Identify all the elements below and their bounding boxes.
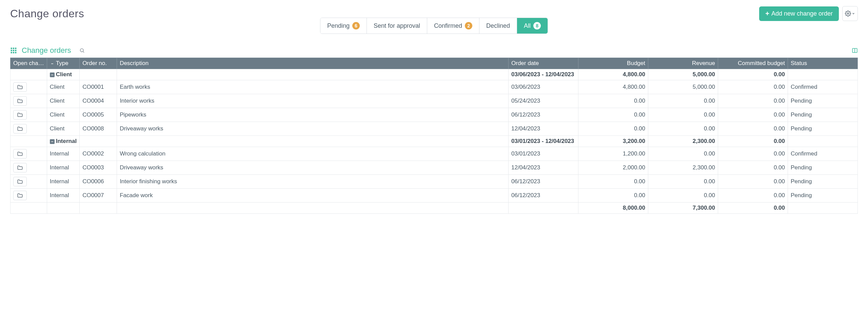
- svg-point-10: [80, 49, 83, 52]
- cell-budget: 0.00: [578, 122, 648, 136]
- cell-type: Internal: [47, 175, 79, 189]
- cell-description: Driveaway works: [117, 161, 509, 175]
- folder-icon: [17, 165, 23, 171]
- add-change-order-button[interactable]: + Add new change order: [759, 6, 839, 21]
- table-row[interactable]: InternalCO0006Interior finishing works06…: [11, 175, 858, 189]
- cell-cbudget: 0.00: [718, 147, 788, 161]
- col-desc[interactable]: Description: [117, 58, 509, 69]
- collapse-group-toggle[interactable]: −: [50, 72, 55, 77]
- folder-icon: [17, 151, 23, 157]
- folder-icon: [17, 179, 23, 185]
- filter-tab-confirmed[interactable]: Confirmed2: [427, 18, 479, 34]
- col-date[interactable]: Order date: [509, 58, 578, 69]
- cell-order-no: CO0002: [80, 147, 117, 161]
- group-type-cell: −Internal: [47, 136, 79, 147]
- cell-status: Pending: [788, 175, 858, 189]
- filter-tab-badge: 8: [533, 22, 541, 29]
- col-cbudget[interactable]: Committed budget: [718, 58, 788, 69]
- cell-order-no: CO0004: [80, 94, 117, 108]
- cell-date: 06/12/2023: [509, 189, 578, 203]
- open-row-button[interactable]: [13, 163, 27, 172]
- table-row[interactable]: InternalCO0007Facade work06/12/20230.000…: [11, 189, 858, 203]
- group-cbudget: 0.00: [718, 69, 788, 80]
- group-cbudget: 0.00: [718, 136, 788, 147]
- cell-status: Pending: [788, 189, 858, 203]
- svg-rect-2: [13, 48, 14, 49]
- svg-rect-5: [13, 50, 14, 51]
- chevron-down-icon: [852, 12, 855, 15]
- svg-rect-1: [11, 48, 12, 49]
- cell-description: Facade work: [117, 189, 509, 203]
- cell-revenue: 0.00: [648, 189, 718, 203]
- cell-cbudget: 0.00: [718, 108, 788, 122]
- svg-point-0: [847, 13, 849, 15]
- cell-budget: 0.00: [578, 94, 648, 108]
- col-revenue[interactable]: Revenue: [648, 58, 718, 69]
- folder-icon: [17, 84, 23, 90]
- open-row-button[interactable]: [13, 96, 27, 106]
- svg-rect-6: [15, 50, 16, 51]
- group-date-range: 03/06/2023 - 12/04/2023: [509, 69, 578, 80]
- cell-type: Internal: [47, 161, 79, 175]
- open-row-button[interactable]: [13, 82, 27, 92]
- cell-type: Client: [47, 122, 79, 136]
- cell-date: 05/24/2023: [509, 94, 578, 108]
- cell-revenue: 0.00: [648, 175, 718, 189]
- filter-tab-sent-for-approval[interactable]: Sent for approval: [367, 18, 427, 34]
- search-icon[interactable]: [79, 48, 85, 53]
- cell-order-no: CO0006: [80, 175, 117, 189]
- cell-description: Interior works: [117, 94, 509, 108]
- grid-icon: [10, 47, 17, 54]
- col-order-no[interactable]: Order no.: [80, 58, 117, 69]
- table-row[interactable]: InternalCO0003Driveaway works12/04/20232…: [11, 161, 858, 175]
- open-row-button[interactable]: [13, 149, 27, 159]
- open-row-button[interactable]: [13, 124, 27, 133]
- cell-cbudget: 0.00: [718, 161, 788, 175]
- settings-button[interactable]: [842, 6, 858, 21]
- cell-order-no: CO0008: [80, 122, 117, 136]
- open-row-button[interactable]: [13, 191, 27, 200]
- filter-tab-all[interactable]: All8: [517, 18, 548, 34]
- filter-tab-declined[interactable]: Declined: [479, 18, 517, 34]
- col-type-label: Type: [56, 60, 68, 66]
- group-revenue: 2,300.00: [648, 136, 718, 147]
- totals-row: 8,000.007,300.000.00: [11, 203, 858, 214]
- columns-toggle-icon[interactable]: [852, 47, 858, 54]
- cell-type: Client: [47, 80, 79, 94]
- cell-revenue: 0.00: [648, 122, 718, 136]
- cell-status: Pending: [788, 108, 858, 122]
- svg-line-11: [83, 51, 84, 53]
- cell-status: Pending: [788, 94, 858, 108]
- cell-description: Wrong calculation: [117, 147, 509, 161]
- table-row[interactable]: ClientCO0004Interior works05/24/20230.00…: [11, 94, 858, 108]
- cell-cbudget: 0.00: [718, 122, 788, 136]
- filter-tab-badge: 2: [465, 22, 472, 29]
- open-row-button[interactable]: [13, 110, 27, 120]
- filter-tab-pending[interactable]: Pending6: [320, 18, 367, 34]
- open-row-button[interactable]: [13, 177, 27, 186]
- svg-rect-4: [11, 50, 12, 51]
- cell-cbudget: 0.00: [718, 175, 788, 189]
- col-type[interactable]: −Type: [47, 58, 79, 69]
- col-status[interactable]: Status: [788, 58, 858, 69]
- cell-budget: 4,800.00: [578, 80, 648, 94]
- group-row: −Client03/06/2023 - 12/04/20234,800.005,…: [11, 69, 858, 80]
- section-title[interactable]: Change orders: [22, 46, 71, 55]
- folder-icon: [17, 192, 23, 199]
- col-budget[interactable]: Budget: [578, 58, 648, 69]
- col-open[interactable]: Open cha…: [11, 58, 47, 69]
- page-title: Change orders: [10, 7, 84, 20]
- group-budget: 4,800.00: [578, 69, 648, 80]
- cell-date: 03/06/2023: [509, 80, 578, 94]
- table-row[interactable]: ClientCO0008Driveaway works12/04/20230.0…: [11, 122, 858, 136]
- table-row[interactable]: ClientCO0005Pipeworks06/12/20230.000.000…: [11, 108, 858, 122]
- folder-icon: [17, 98, 23, 104]
- table-row[interactable]: InternalCO0002Wrong calculation03/01/202…: [11, 147, 858, 161]
- total-cbudget: 0.00: [718, 203, 788, 214]
- table-row[interactable]: ClientCO0001Earth works03/06/20234,800.0…: [11, 80, 858, 94]
- group-date-range: 03/01/2023 - 12/04/2023: [509, 136, 578, 147]
- collapse-all-toggle[interactable]: −: [50, 61, 55, 66]
- plus-icon: +: [765, 10, 769, 18]
- filter-tab-label: Sent for approval: [374, 22, 420, 29]
- collapse-group-toggle[interactable]: −: [50, 139, 55, 144]
